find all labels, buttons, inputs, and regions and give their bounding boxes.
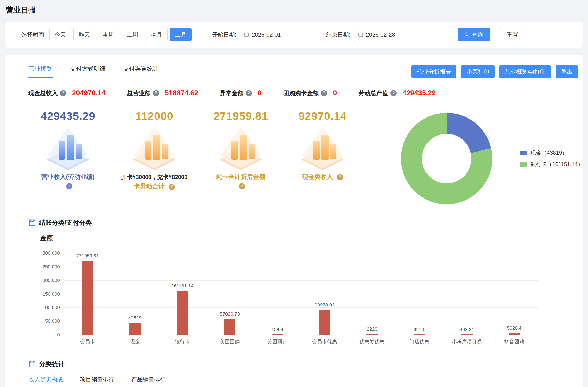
y-tick-label: 150,000 <box>42 291 60 297</box>
card-card-change-total: 112000 开卡¥30000，充卡¥82000 卡异动合计 <box>109 110 200 190</box>
stat-label: 现金总收入 <box>28 89 58 97</box>
legend-swatch <box>520 151 527 155</box>
x-category-label: 抖音团购 <box>504 338 524 345</box>
legend-label: 银行卡（161151.14） <box>530 161 583 168</box>
subtab-income-discount[interactable]: 收入优惠构成 <box>28 375 63 387</box>
stat-label: 总营业额 <box>127 89 151 97</box>
bar-美团预订[interactable] <box>272 334 283 335</box>
subtab-project-sales-rank[interactable]: 项目销量排行 <box>80 375 115 387</box>
x-category-label: 银行卡 <box>175 338 190 345</box>
help-icon[interactable] <box>60 90 66 96</box>
query-button[interactable]: 查询 <box>458 28 490 41</box>
legend-item-cash[interactable]: 现金（43819） <box>520 149 583 157</box>
card-caption-text: 现金类收入 <box>302 173 333 180</box>
bar-现金[interactable] <box>129 323 141 335</box>
stat-labor-total-output: 劳动总产值 429435.29 <box>359 89 436 97</box>
card-caption: 现金类收入 <box>282 173 363 181</box>
y-tick-label: 250,000 <box>42 264 60 269</box>
bar-value-label: 271959.81 <box>76 253 99 258</box>
bar-优惠券优惠[interactable] <box>366 334 378 335</box>
payment-donut-block: 现金（43819） 银行卡（161151.14） <box>401 113 583 204</box>
y-tick-label: 0 <box>57 332 60 337</box>
start-date-input[interactable] <box>240 28 316 41</box>
quick-range-today[interactable]: 今天 <box>49 28 71 41</box>
help-icon[interactable] <box>169 184 175 190</box>
stat-label: 团购购卡金额 <box>283 89 319 97</box>
quick-range-this-week[interactable]: 本周 <box>98 28 119 41</box>
help-icon[interactable] <box>153 90 159 96</box>
help-icon[interactable] <box>337 174 343 180</box>
help-icon[interactable] <box>391 90 397 96</box>
legend-item-bank-card[interactable]: 银行卡（161151.14） <box>520 161 583 168</box>
bar-抖音团购[interactable] <box>509 333 520 335</box>
bar-value-label: 161151.14 <box>171 283 194 289</box>
stat-label: 异常金额 <box>220 89 243 97</box>
quick-range-this-month[interactable]: 本月 <box>146 28 168 41</box>
card-value: 429435.29 <box>27 110 109 122</box>
card-consumed-card-discounted: 271959.81 耗卡合计折后金额 <box>200 110 282 189</box>
category-stats-section: 分类统计 收入优惠构成 项目销量排行 产品销量排行 <box>5 360 583 387</box>
stat-label: 劳动总产值 <box>359 89 388 97</box>
bar-小程序项目券[interactable] <box>461 334 473 335</box>
stat-groupbuy-card-amount: 团购购卡金额 0 <box>283 89 337 97</box>
bar-银行卡[interactable] <box>177 291 188 335</box>
y-tick-label: 300,000 <box>42 250 60 256</box>
card-caption: 卡异动合计 <box>109 182 200 190</box>
end-date-input[interactable] <box>354 28 430 41</box>
start-date-value[interactable] <box>252 31 312 38</box>
help-icon[interactable] <box>246 90 252 96</box>
reset-button[interactable]: 重置 <box>499 28 526 41</box>
help-icon[interactable] <box>239 183 245 189</box>
settlement-bar-chart: 050,000100,000150,000200,000250,000300,0… <box>28 244 560 352</box>
bar-会员卡优惠[interactable] <box>319 310 330 335</box>
end-date-value[interactable] <box>366 31 426 38</box>
card-business-income: 429435.29 营业收入(劳动业绩) <box>27 110 109 189</box>
x-category-label: 会员卡优惠 <box>312 338 337 345</box>
help-icon[interactable] <box>321 90 327 96</box>
calendar-icon <box>244 32 249 38</box>
help-icon[interactable] <box>66 183 72 189</box>
bar-会员卡[interactable] <box>82 261 93 335</box>
legend-label: 现金（43819） <box>530 149 567 157</box>
page-title: 营业日报 <box>0 0 588 22</box>
card-subtitle: 开卡¥30000，充卡¥82000 <box>119 173 189 181</box>
bar-门店优惠[interactable] <box>414 334 425 335</box>
stat-cash-total-income: 现金总收入 204970.14 <box>28 89 105 97</box>
y-tick-label: 200,000 <box>42 277 60 283</box>
quick-range-last-month[interactable]: 上月 <box>170 28 192 41</box>
search-icon <box>464 32 470 37</box>
bar-value-label: 90978.03 <box>315 302 335 308</box>
section-title: 结账分类/支付分类 <box>39 218 92 227</box>
x-category-label: 小程序项目券 <box>452 338 482 345</box>
subtab-product-sales-rank[interactable]: 产品销量排行 <box>131 375 166 387</box>
time-filter-label: 选择时间: <box>21 31 46 38</box>
save-icon <box>28 360 36 368</box>
tab-business-overview[interactable]: 营业概览 <box>28 64 53 78</box>
bar-美团团购[interactable] <box>224 319 235 335</box>
start-date-label: 开始日期: <box>212 31 236 38</box>
stat-total-turnover: 总营业额 518874.62 <box>127 89 198 97</box>
stat-value: 429435.29 <box>402 89 436 97</box>
donut-chart[interactable] <box>401 113 492 204</box>
y-tick-label: 100,000 <box>42 305 60 310</box>
x-category-label: 美团团购 <box>220 338 240 345</box>
quick-range-yesterday[interactable]: 昨天 <box>73 28 95 41</box>
x-category-label: 美团预订 <box>267 338 287 345</box>
y-tick-label: 50,000 <box>45 318 60 324</box>
card-value: 112000 <box>109 110 200 122</box>
gridline <box>64 267 538 267</box>
tab-payment-channel-stats[interactable]: 支付渠道统计 <box>123 64 159 78</box>
section-title: 分类统计 <box>39 360 64 368</box>
bar-value-label: 2226 <box>367 326 378 332</box>
export-button[interactable]: 导出 <box>556 65 578 78</box>
card-caption: 耗卡合计折后金额 <box>200 173 282 181</box>
receipt-print-button[interactable]: 小票打印 <box>461 65 495 78</box>
tab-payment-method-detail[interactable]: 支付方式明细 <box>70 64 106 78</box>
quick-range-last-week[interactable]: 上周 <box>122 28 144 41</box>
card-caption: 营业收入(劳动业绩) <box>27 173 109 181</box>
analysis-report-button[interactable]: 营业分析报表 <box>411 65 456 78</box>
a4-print-button[interactable]: 营业概览A4打印 <box>499 65 551 78</box>
card-value: 92970.14 <box>282 110 363 122</box>
legend-swatch <box>520 162 527 166</box>
card-cash-type-income: 92970.14 现金类收入 <box>282 110 363 181</box>
